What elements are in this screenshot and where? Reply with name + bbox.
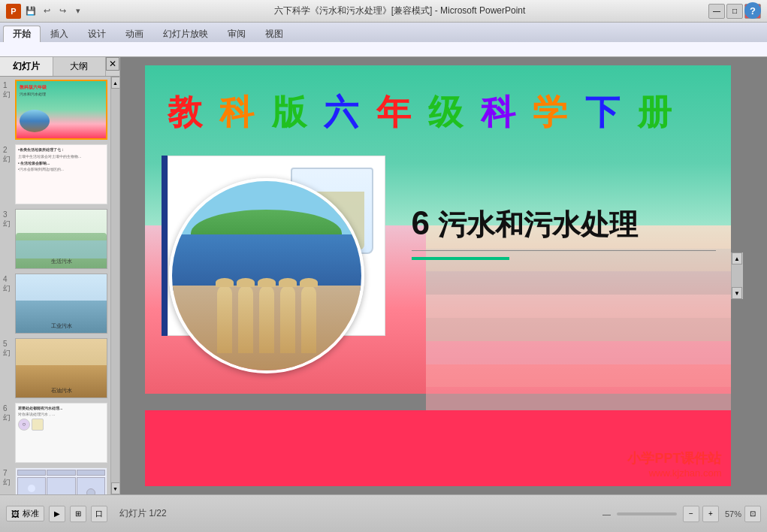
slide-thumbnail-3[interactable]: 3幻 生活污水 [3,209,107,269]
zoom-in-btn[interactable]: + [702,506,719,522]
slide-thumbnail-7[interactable]: 7幻 [3,467,107,494]
redo-icon[interactable]: ↪ [56,5,69,18]
slide-preview-3[interactable]: 生活污水 [15,209,107,269]
content-scroll-down[interactable]: ▼ [732,287,742,299]
stripe-8 [426,387,731,410]
status-bar: 🖼 标准 ▶ ⊞ 口 幻灯片 1/22 — − + 57% ⊡ [0,494,767,532]
tab-slideshow[interactable]: 幻灯片放映 [153,26,218,42]
slide-num-5: 5幻 [3,338,15,358]
sidebar-scroll-up[interactable]: ▲ [111,77,120,89]
status-left: 🖼 标准 ▶ ⊞ 口 幻灯片 1/22 [6,506,167,522]
customize-icon[interactable]: ▾ [71,5,85,18]
watermark-line2: www.kjzhan.com [627,467,721,479]
ribbon-tabs: 开始 插入 设计 动画 幻灯片放映 审阅 视图 ? [0,23,767,42]
slide-canvas: 教 科 版 六 年 级 科 学 下 册 [145,65,731,486]
pillar-4 [280,286,295,354]
slide-thumbnail-6[interactable]: 6幻 若要处处都能有污水处理... 对你来说处理污水，... ○ [3,403,107,463]
slide-preview-1[interactable]: 教科版六年级 污水和污水处理 [15,80,107,140]
slide-preview-4[interactable]: 工业污水 [15,274,107,334]
pillar-3 [259,286,274,354]
sidebar-close-button[interactable]: ✕ [106,57,119,71]
subtitle-divider [412,250,716,251]
blue-accent-bar [162,156,168,336]
sidebar: 幻灯片 大纲 ✕ 1幻 教科版六年级 污水和污水处理 [0,57,120,494]
tab-insert[interactable]: 插入 [41,26,78,42]
slide-preview-5[interactable]: 石油污水 [15,338,107,398]
content-scrollbar-right[interactable]: ▲ ▼ [731,252,743,299]
main-area: 幻灯片 大纲 ✕ 1幻 教科版六年级 污水和污水处理 [0,57,767,494]
undo-icon[interactable]: ↩ [40,5,53,18]
slide-thumbnail-5[interactable]: 5幻 石油污水 [3,338,107,398]
slide-thumbnail-2[interactable]: 2幻 •各类生活垃圾所处理了七： 土壤中生活垃圾会对土壤中的生物物... • 生… [3,144,107,204]
pillar-5 [301,286,316,354]
tab-animation[interactable]: 动画 [116,26,153,42]
tab-view[interactable]: 视图 [255,26,293,42]
subtitle-number: 6 [412,204,430,241]
balustrade [172,286,361,370]
circle-image [169,178,364,373]
title-char-9: 下 [585,93,624,131]
slide-num-1: 1幻 [3,80,15,100]
stripe-3 [426,271,731,295]
pillar-2 [238,286,253,354]
slideshow-view-btn[interactable]: ▶ [49,506,65,522]
normal-view-label: 标准 [23,508,39,519]
watermark: 小学PPT课件站 www.kjzhan.com [627,449,721,479]
title-char-1: 教 [168,93,207,131]
title-char-5: 年 [376,93,415,131]
maximize-button[interactable]: □ [726,4,743,19]
status-view-icons: 🖼 标准 ▶ ⊞ 口 [6,506,107,522]
sidebar-tabs: 幻灯片 大纲 ✕ [0,57,119,77]
circle-content [172,181,361,370]
stripe-5 [426,318,731,341]
app-icon: P [6,4,21,19]
normal-view-btn[interactable]: 🖼 标准 [6,506,44,521]
stripe-4 [426,295,731,318]
title-bar: P 💾 ↩ ↪ ▾ 六下科学《污水和污水处理》[兼容模式] - Microsof… [0,0,767,23]
slide-preview-2[interactable]: •各类生活垃圾所处理了七： 土壤中生活垃圾会对土壤中的生物物... • 生活垃圾… [15,144,107,204]
tab-start[interactable]: 开始 [3,26,41,42]
slide-num-3: 3幻 [3,209,15,229]
tab-outline[interactable]: 大纲 [53,57,107,76]
zoom-out-btn[interactable]: − [683,506,699,522]
minimize-button[interactable]: — [708,4,725,19]
zoom-slider[interactable] [617,512,677,515]
help-button[interactable]: ? [744,2,761,19]
subtitle-area: 6 污水和污水处理 [412,204,716,260]
sidebar-scroll-down[interactable]: ▼ [111,482,120,494]
title-char-6: 级 [428,93,467,131]
normal-view-icon: 🖼 [11,509,20,518]
content-scroll-up[interactable]: ▲ [732,252,742,264]
slide-num-7: 7幻 [3,467,15,488]
zoom-percentage: — [602,509,611,518]
status-right: — − + 57% ⊡ [602,506,761,522]
title-char-3: 版 [272,93,311,131]
title-bar-left: P 💾 ↩ ↪ ▾ [6,4,91,19]
slide-num-4: 4幻 [3,274,15,294]
reading-view-btn[interactable]: 口 [91,506,107,522]
title-char-8: 学 [533,93,572,131]
slide-num-2: 2幻 [3,144,15,165]
fit-slide-btn[interactable]: ⊡ [744,506,761,522]
zoom-level: 57% [725,509,741,518]
title-char-4: 六 [324,93,363,131]
slide-count: 幻灯片 1/22 [119,507,167,520]
slide-preview-7[interactable] [15,467,107,494]
slide-num-6: 6幻 [3,403,15,423]
tab-review[interactable]: 审阅 [218,26,255,42]
slide-sorter-btn[interactable]: ⊞ [70,506,86,522]
tab-design[interactable]: 设计 [78,26,116,42]
save-icon[interactable]: 💾 [24,5,38,18]
slide-thumbnail-1[interactable]: 1幻 教科版六年级 污水和污水处理 [3,80,107,140]
tab-slides[interactable]: 幻灯片 [0,57,53,76]
sidebar-scrollbar[interactable]: ▲ ▼ [110,77,119,494]
title-char-10: 册 [637,93,676,131]
pillar-1 [217,286,232,354]
slide-main-title: 教 科 版 六 年 级 科 学 下 册 [168,89,708,136]
slide-thumbnail-4[interactable]: 4幻 工业污水 [3,274,107,334]
title-char-7: 科 [481,93,520,131]
slide-list: 1幻 教科版六年级 污水和污水处理 2幻 •各类 [0,77,110,494]
slide-preview-6[interactable]: 若要处处都能有污水处理... 对你来说处理污水，... ○ [15,403,107,463]
slide-subtitle: 6 污水和污水处理 [412,204,716,244]
ribbon-content [0,42,767,57]
